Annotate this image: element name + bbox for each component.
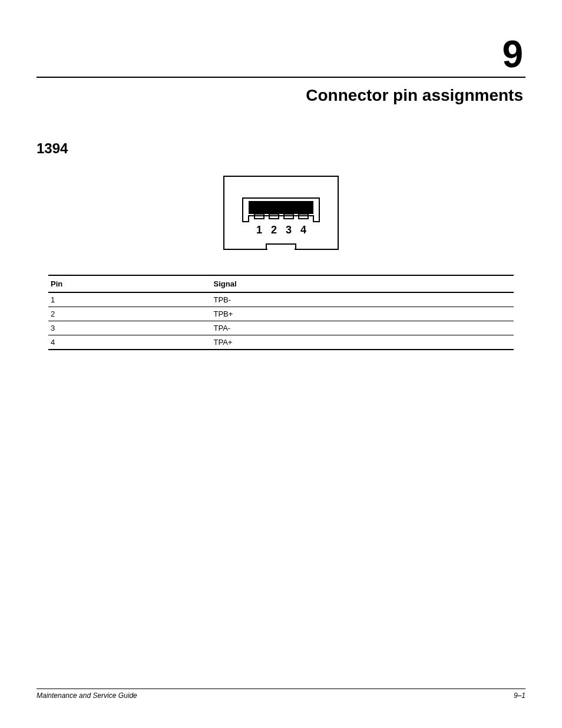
table-row: 1 TPB- bbox=[48, 292, 514, 307]
footer-left: Maintenance and Service Guide bbox=[37, 691, 137, 700]
table-row: 3 TPA- bbox=[48, 321, 514, 335]
table-header-row: Pin Signal bbox=[48, 275, 514, 292]
cell-signal: TPB- bbox=[211, 292, 514, 307]
table-row: 2 TPB+ bbox=[48, 307, 514, 321]
section-title-1394: 1394 bbox=[37, 140, 525, 157]
cell-pin: 2 bbox=[48, 307, 211, 321]
page: 9 Connector pin assignments 1394 1 2 3 4… bbox=[0, 0, 562, 728]
figure-pin-label-1: 1 bbox=[256, 224, 262, 236]
figure-pin-label-3: 3 bbox=[286, 224, 292, 236]
footer-rule bbox=[37, 689, 525, 689]
table-header-pin: Pin bbox=[48, 275, 211, 292]
cell-pin: 3 bbox=[48, 321, 211, 335]
table-row: 4 TPA+ bbox=[48, 335, 514, 350]
cell-signal: TPA- bbox=[211, 321, 514, 335]
chapter-number: 9 bbox=[37, 35, 525, 73]
table-header-signal: Signal bbox=[211, 275, 514, 292]
chapter-rule bbox=[37, 77, 525, 78]
cell-pin: 1 bbox=[48, 292, 211, 307]
svg-rect-6 bbox=[267, 245, 295, 251]
cell-signal: TPA+ bbox=[211, 335, 514, 350]
figure-pin-label-2: 2 bbox=[271, 224, 277, 236]
svg-rect-1 bbox=[249, 201, 313, 214]
cell-pin: 4 bbox=[48, 335, 211, 350]
page-footer: Maintenance and Service Guide 9–1 bbox=[37, 689, 525, 700]
footer-right: 9–1 bbox=[514, 691, 525, 700]
connector-1394-figure: 1 2 3 4 bbox=[222, 174, 340, 251]
cell-signal: TPB+ bbox=[211, 307, 514, 321]
figure-pin-label-4: 4 bbox=[300, 224, 306, 236]
pin-assignment-table: Pin Signal 1 TPB- 2 TPB+ 3 TPA- 4 TPA+ bbox=[48, 275, 514, 350]
chapter-title: Connector pin assignments bbox=[37, 86, 525, 105]
